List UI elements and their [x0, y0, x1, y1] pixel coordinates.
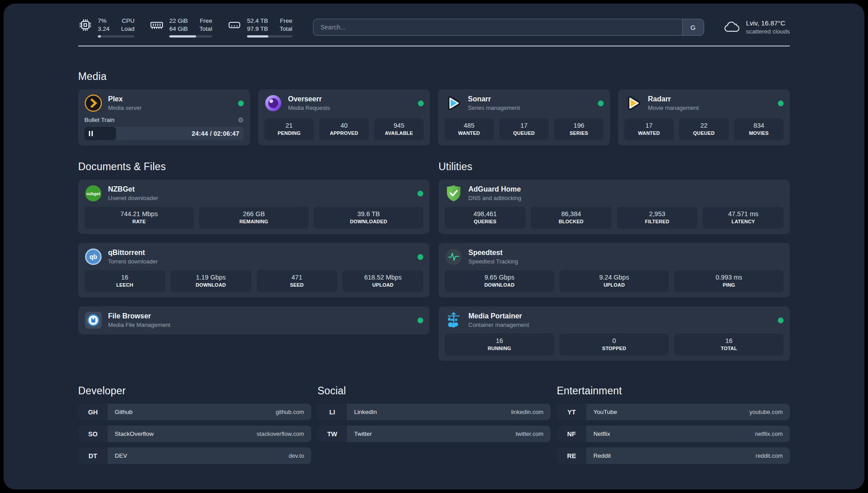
app-name: NZBGet	[108, 185, 158, 194]
disk-free-label: Free	[280, 17, 292, 25]
link-name: Github	[115, 409, 133, 415]
link-youtube[interactable]: YT YouTube youtube.com	[557, 404, 790, 420]
stat-pending: 21PENDING	[264, 118, 314, 140]
section-documents: Documents & Files nzbget NZBGet Usenet d…	[78, 161, 430, 334]
pause-icon[interactable]	[89, 131, 93, 136]
link-reddit[interactable]: RE Reddit reddit.com	[557, 447, 790, 464]
link-stackoverflow[interactable]: SO StackOverflow stackoverflow.com	[78, 426, 311, 442]
stat-approved: 40APPROVED	[319, 118, 369, 140]
plex-icon	[84, 94, 102, 112]
weather-location-temp: Lviv, 16.87°C	[746, 19, 790, 28]
link-name: StackOverflow	[115, 430, 154, 437]
link-dev-to[interactable]: DT DEV dev.to	[78, 447, 311, 464]
link-tag: SO	[78, 426, 108, 442]
section-utilities: Utilities AdGuard Home	[438, 161, 790, 361]
player-time: 24:44 / 02:06:47	[192, 127, 239, 140]
filebrowser-icon	[84, 311, 102, 329]
speedtest-icon	[445, 248, 463, 266]
stat-leech: 16LEECH	[84, 270, 165, 292]
status-dot-online	[238, 100, 244, 106]
stat-queued: 22QUEUED	[679, 118, 729, 140]
link-linkedin[interactable]: LI LinkedIn linkedin.com	[317, 404, 551, 420]
memory-total-label: Total	[200, 25, 213, 33]
link-tag: DT	[78, 447, 108, 464]
app-subtitle: Media Requests	[288, 104, 330, 112]
section-title-media: Media	[78, 71, 790, 83]
svg-text:qb: qb	[89, 253, 97, 260]
player-settings-icon[interactable]: ⚙	[238, 117, 244, 123]
app-name: AdGuard Home	[468, 185, 522, 194]
app-card-speedtest[interactable]: Speedtest Speedtest Tracking 9.65 GbpsDO…	[438, 243, 790, 297]
stat-download: 1.19 GbpsDOWNLOAD	[171, 270, 251, 292]
link-tag: YT	[557, 404, 586, 420]
qbittorrent-icon: qb	[84, 248, 102, 266]
disk-total-label: Total	[280, 25, 292, 33]
search-engine-button[interactable]: G	[682, 19, 704, 35]
link-tag: RE	[557, 447, 586, 464]
weather-condition: scattered clouds	[746, 28, 790, 36]
status-dot-online	[417, 254, 423, 260]
app-subtitle: Media server	[108, 104, 142, 112]
stat-wanted: 485WANTED	[444, 118, 494, 140]
link-github[interactable]: GH Github github.com	[78, 404, 311, 420]
app-card-adguard[interactable]: AdGuard Home DNS and adblocking 498,461Q…	[438, 180, 790, 234]
link-url: reddit.com	[755, 452, 783, 459]
stat-filtered: 2,953FILTERED	[617, 207, 698, 229]
section-title-developer: Developer	[78, 385, 311, 397]
weather-widget: Lviv, 16.87°C scattered clouds	[722, 18, 790, 36]
app-name: Radarr	[648, 95, 699, 104]
app-card-portainer[interactable]: Media Portainer Container management 16R…	[438, 306, 790, 361]
app-subtitle: Media File Management	[108, 321, 170, 329]
app-subtitle: Movie management	[648, 104, 699, 112]
app-card-filebrowser[interactable]: File Browser Media File Management	[78, 306, 430, 334]
link-url: netflix.com	[755, 430, 783, 437]
app-subtitle: Series management	[468, 104, 520, 112]
link-name: DEV	[115, 452, 127, 459]
status-dot-online	[598, 100, 604, 106]
memory-icon	[150, 18, 164, 32]
app-card-sonarr[interactable]: Sonarr Series management 485WANTED 17QUE…	[438, 89, 610, 146]
stat-seed: 471SEED	[257, 270, 338, 292]
link-twitter[interactable]: TW Twitter twitter.com	[317, 426, 551, 442]
section-social: Social LI LinkedIn linkedin.com TW Twitt…	[317, 385, 551, 442]
app-card-plex[interactable]: Plex Media server Bullet Train ⚙ 24:44 /…	[78, 89, 250, 146]
search-bar: G	[313, 19, 704, 36]
app-name: Overseerr	[288, 95, 330, 104]
now-playing-title: Bullet Train	[84, 117, 115, 123]
dashboard-page: 7% 3.24 CPU Load	[4, 4, 864, 489]
link-url: stackoverflow.com	[257, 430, 304, 437]
app-card-nzbget[interactable]: nzbget NZBGet Usenet downloader 744.21 M…	[78, 180, 430, 234]
section-title-documents: Documents & Files	[78, 161, 430, 173]
section-media: Media Plex Media server Bullet Train ⚙	[78, 71, 790, 146]
app-name: Plex	[108, 95, 142, 104]
memory-total-value: 64 GiB	[169, 25, 188, 33]
app-subtitle: DNS and adblocking	[468, 194, 522, 202]
link-netflix[interactable]: NF Netflix netflix.com	[557, 426, 790, 442]
stat-blocked: 86,384BLOCKED	[531, 207, 612, 229]
search-input[interactable]	[313, 19, 682, 35]
stat-upload: 9.24 GbpsUPLOAD	[559, 270, 669, 292]
stat-total: 16TOTAL	[674, 334, 784, 355]
cpu-monitor: 7% 3.24 CPU Load	[78, 17, 134, 38]
app-card-radarr[interactable]: Radarr Movie management 17WANTED 22QUEUE…	[618, 89, 790, 146]
stat-remaining: 266 GBREMAINING	[199, 207, 309, 229]
stat-downloaded: 39.6 TBDOWNLOADED	[314, 207, 423, 229]
link-url: youtube.com	[750, 409, 783, 415]
app-subtitle: Torrent downloader	[108, 258, 158, 265]
app-subtitle: Container management	[468, 321, 529, 329]
nzbget-icon: nzbget	[84, 184, 102, 202]
section-entertainment: Entertainment YT YouTube youtube.com NF …	[557, 385, 790, 464]
stat-download: 9.65 GbpsDOWNLOAD	[445, 270, 554, 292]
link-tag: NF	[557, 426, 586, 442]
cpu-icon	[78, 18, 92, 32]
stat-rate: 744.21 MbpsRATE	[84, 207, 194, 229]
link-name: Netflix	[593, 430, 610, 437]
player-seek-bar[interactable]: 24:44 / 02:06:47	[84, 127, 244, 140]
stat-stopped: 0STOPPED	[559, 334, 669, 355]
app-name: Media Portainer	[468, 312, 529, 321]
stat-movies: 834MOVIES	[734, 118, 784, 140]
app-card-qbittorrent[interactable]: qb qBittorrent Torrent downloader 16LEEC…	[78, 243, 430, 297]
status-dot-online	[778, 100, 784, 106]
app-card-overseerr[interactable]: Overseerr Media Requests 21PENDING 40APP…	[258, 89, 430, 146]
status-dot-online	[778, 318, 784, 323]
